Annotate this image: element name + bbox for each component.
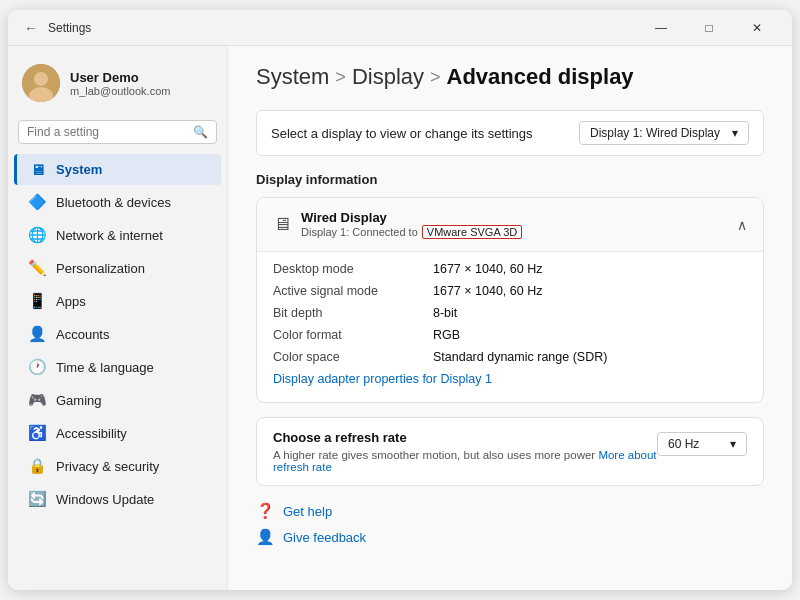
refresh-left: Choose a refresh rate A higher rate give…	[273, 430, 657, 473]
sidebar-item-personalization[interactable]: ✏️ Personalization	[14, 252, 221, 284]
monitor-icon: 🖥	[273, 214, 291, 235]
breadcrumb-part1: System	[256, 64, 329, 90]
info-value-desktop-mode: 1677 × 1040, 60 Hz	[433, 262, 542, 276]
display-sub-text: Display 1: Connected to	[301, 226, 418, 238]
sidebar-item-apps[interactable]: 📱 Apps	[14, 285, 221, 317]
search-box[interactable]: 🔍	[18, 120, 217, 144]
settings-window: ← Settings — □ ✕ User Demo m_lab@out	[8, 10, 792, 590]
breadcrumb: System > Display > Advanced display	[256, 64, 764, 90]
info-label-color-space: Color space	[273, 350, 433, 364]
close-button[interactable]: ✕	[734, 12, 780, 44]
display-dropdown-value: Display 1: Wired Display	[590, 126, 720, 140]
info-label-desktop-mode: Desktop mode	[273, 262, 433, 276]
sidebar-item-label-apps: Apps	[56, 294, 86, 309]
bottom-links: ❓ Get help 👤 Give feedback	[256, 502, 764, 546]
sidebar-item-label-system: System	[56, 162, 102, 177]
sidebar-item-label-update: Windows Update	[56, 492, 154, 507]
sidebar-item-label-personalization: Personalization	[56, 261, 145, 276]
bluetooth-icon: 🔷	[28, 193, 46, 211]
display-dropdown-arrow: ▾	[732, 126, 738, 140]
personalization-icon: ✏️	[28, 259, 46, 277]
info-value-color-space: Standard dynamic range (SDR)	[433, 350, 607, 364]
refresh-desc: A higher rate gives smoother motion, but…	[273, 449, 657, 473]
system-icon: 🖥	[28, 161, 46, 178]
vmware-badge: VMware SVGA 3D	[422, 225, 522, 239]
sidebar-item-label-bluetooth: Bluetooth & devices	[56, 195, 171, 210]
give-feedback-label: Give feedback	[283, 530, 366, 545]
time-icon: 🕐	[28, 358, 46, 376]
info-value-color-format: RGB	[433, 328, 460, 342]
info-row-desktop-mode: Desktop mode 1677 × 1040, 60 Hz	[273, 258, 747, 280]
display-title-group: Wired Display Display 1: Connected to VM…	[301, 210, 522, 239]
breadcrumb-part2: Display	[352, 64, 424, 90]
sidebar: User Demo m_lab@outlook.com 🔍 🖥 System 🔷…	[8, 46, 228, 590]
display-name: Wired Display	[301, 210, 522, 225]
give-feedback-icon: 👤	[256, 528, 275, 546]
display-info-body: Desktop mode 1677 × 1040, 60 Hz Active s…	[257, 252, 763, 402]
display-selector-label: Select a display to view or change its s…	[271, 126, 533, 141]
back-button[interactable]: ←	[20, 17, 42, 39]
info-label-signal-mode: Active signal mode	[273, 284, 433, 298]
search-icon: 🔍	[193, 125, 208, 139]
sidebar-item-accessibility[interactable]: ♿ Accessibility	[14, 417, 221, 449]
search-input[interactable]	[27, 125, 193, 139]
display-sub: Display 1: Connected to VMware SVGA 3D	[301, 225, 522, 239]
get-help-link[interactable]: ❓ Get help	[256, 502, 764, 520]
refresh-dropdown-arrow: ▾	[730, 437, 736, 451]
user-profile: User Demo m_lab@outlook.com	[8, 54, 227, 116]
sidebar-item-label-network: Network & internet	[56, 228, 163, 243]
breadcrumb-sep1: >	[335, 67, 346, 88]
window-title: Settings	[48, 21, 638, 35]
sidebar-item-bluetooth[interactable]: 🔷 Bluetooth & devices	[14, 186, 221, 218]
give-feedback-link[interactable]: 👤 Give feedback	[256, 528, 764, 546]
window-controls: — □ ✕	[638, 12, 780, 44]
refresh-title: Choose a refresh rate	[273, 430, 657, 445]
sidebar-item-label-time: Time & language	[56, 360, 154, 375]
adapter-properties-link[interactable]: Display adapter properties for Display 1	[273, 368, 492, 390]
refresh-rate-card: Choose a refresh rate A higher rate give…	[256, 417, 764, 486]
info-row-color-format: Color format RGB	[273, 324, 747, 346]
collapse-button[interactable]: ∧	[737, 217, 747, 233]
sidebar-item-label-privacy: Privacy & security	[56, 459, 159, 474]
display-info-title: Display information	[256, 172, 764, 187]
maximize-button[interactable]: □	[686, 12, 732, 44]
sidebar-item-system[interactable]: 🖥 System	[14, 154, 221, 185]
info-row-color-space: Color space Standard dynamic range (SDR)	[273, 346, 747, 368]
breadcrumb-sep2: >	[430, 67, 441, 88]
accounts-icon: 👤	[28, 325, 46, 343]
get-help-label: Get help	[283, 504, 332, 519]
minimize-button[interactable]: —	[638, 12, 684, 44]
titlebar: ← Settings — □ ✕	[8, 10, 792, 46]
user-name: User Demo	[70, 70, 170, 85]
sidebar-item-network[interactable]: 🌐 Network & internet	[14, 219, 221, 251]
refresh-dropdown[interactable]: 60 Hz ▾	[657, 432, 747, 456]
sidebar-item-privacy[interactable]: 🔒 Privacy & security	[14, 450, 221, 482]
gaming-icon: 🎮	[28, 391, 46, 409]
display-dropdown[interactable]: Display 1: Wired Display ▾	[579, 121, 749, 145]
breadcrumb-part3: Advanced display	[447, 64, 634, 90]
apps-icon: 📱	[28, 292, 46, 310]
refresh-dropdown-value: 60 Hz	[668, 437, 699, 451]
sidebar-item-label-accessibility: Accessibility	[56, 426, 127, 441]
display-info-card: 🖥 Wired Display Display 1: Connected to …	[256, 197, 764, 403]
sidebar-item-label-accounts: Accounts	[56, 327, 109, 342]
info-value-signal-mode: 1677 × 1040, 60 Hz	[433, 284, 542, 298]
display-selector-row: Select a display to view or change its s…	[256, 110, 764, 156]
sidebar-item-label-gaming: Gaming	[56, 393, 102, 408]
sidebar-item-accounts[interactable]: 👤 Accounts	[14, 318, 221, 350]
sidebar-item-gaming[interactable]: 🎮 Gaming	[14, 384, 221, 416]
info-row-signal-mode: Active signal mode 1677 × 1040, 60 Hz	[273, 280, 747, 302]
avatar	[22, 64, 60, 102]
network-icon: 🌐	[28, 226, 46, 244]
sidebar-item-update[interactable]: 🔄 Windows Update	[14, 483, 221, 515]
info-label-color-format: Color format	[273, 328, 433, 342]
sidebar-item-time[interactable]: 🕐 Time & language	[14, 351, 221, 383]
get-help-icon: ❓	[256, 502, 275, 520]
info-label-bit-depth: Bit depth	[273, 306, 433, 320]
content-area: User Demo m_lab@outlook.com 🔍 🖥 System 🔷…	[8, 46, 792, 590]
update-icon: 🔄	[28, 490, 46, 508]
info-value-bit-depth: 8-bit	[433, 306, 457, 320]
user-email: m_lab@outlook.com	[70, 85, 170, 97]
accessibility-icon: ♿	[28, 424, 46, 442]
svg-point-1	[34, 72, 48, 86]
